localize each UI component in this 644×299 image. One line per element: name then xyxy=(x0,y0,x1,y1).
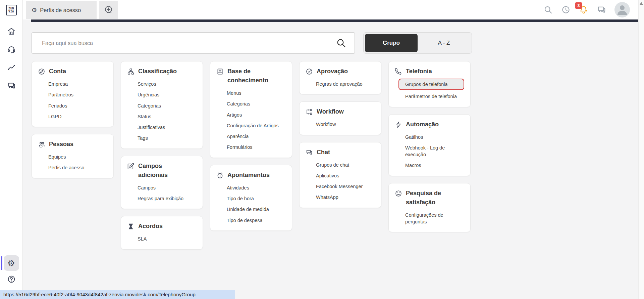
vertical-scrollbar[interactable] xyxy=(638,0,644,299)
card-item-campos[interactable]: Campos xyxy=(138,182,197,193)
sidebar-item-settings[interactable]: ⚙ xyxy=(4,255,19,271)
card-items: GatilhosWebhook - Log de execuçãoMacros xyxy=(395,132,465,171)
search-input[interactable] xyxy=(42,40,336,46)
history-button[interactable] xyxy=(561,5,571,14)
sidebar-item-home[interactable] xyxy=(4,24,19,40)
card-items: Configurações de perguntas xyxy=(395,210,465,227)
card-item-sla[interactable]: SLA xyxy=(138,233,197,244)
card-column: ClassificaçãoServiçosUrgênciasCategorias… xyxy=(121,61,203,250)
sidebar-item-analytics[interactable] xyxy=(4,60,19,76)
gear-icon: ⚙ xyxy=(7,259,15,267)
toggle-a-z[interactable]: A - Z xyxy=(418,34,470,52)
sidebar-item-help[interactable] xyxy=(4,272,19,288)
card-item-grupos-de-telefonia[interactable]: Grupos de telefonia xyxy=(398,79,464,90)
card-title: Workflow xyxy=(317,107,344,116)
card-header: Telefonia xyxy=(395,67,465,76)
home-icon xyxy=(7,27,16,37)
card-item-atividades[interactable]: Atividades xyxy=(227,182,286,193)
messages-button[interactable] xyxy=(597,5,606,14)
card-item-webhook-log-de-execucao[interactable]: Webhook - Log de execução xyxy=(405,142,465,160)
chat-icon xyxy=(7,81,16,91)
card-item-artigos[interactable]: Artigos xyxy=(227,110,286,120)
card-item-regras-para-exibicao[interactable]: Regras para exibição xyxy=(138,193,197,204)
search-submit-button[interactable] xyxy=(336,38,346,48)
card-chat: ChatGrupos de chatAplicativosFacebook Me… xyxy=(299,142,381,208)
chat-double-icon xyxy=(306,149,313,156)
settings-page: Grupo A - Z ContaEmpresaParâmetrosFeriad… xyxy=(23,22,638,299)
headset-icon xyxy=(7,45,16,55)
card-header: Base de conhecimento xyxy=(216,67,286,85)
card-column: AprovaçãoRegras de aprovaçãoWorkflowWork… xyxy=(299,61,381,208)
sidebar-item-support[interactable] xyxy=(4,42,19,58)
card-workflow: WorkflowWorkflow xyxy=(299,101,381,135)
gear-icon: ⚙ xyxy=(32,7,37,13)
card-item-categorias[interactable]: Categorias xyxy=(227,98,286,109)
edit-box-icon xyxy=(127,163,135,170)
card-title: Automação xyxy=(406,120,439,129)
sidebar-item-chat[interactable] xyxy=(4,79,19,94)
card-item-whatsapp[interactable]: WhatsApp xyxy=(316,192,376,203)
card-header: Pessoas xyxy=(38,140,108,149)
card-item-equipes[interactable]: Equipes xyxy=(48,152,108,162)
search-button[interactable] xyxy=(543,5,553,14)
card-acordos: AcordosSLA xyxy=(121,216,203,249)
controls-row: Grupo A - Z xyxy=(32,32,472,54)
card-item-aplicativos[interactable]: Aplicativos xyxy=(316,170,376,181)
card-item-grupos-de-chat[interactable]: Grupos de chat xyxy=(316,160,376,170)
card-item-configuracoes-de-perguntas[interactable]: Configurações de perguntas xyxy=(405,210,465,227)
card-item-gatilhos[interactable]: Gatilhos xyxy=(405,132,465,142)
card-items: ServiçosUrgênciasCategoriasStatusJustifi… xyxy=(127,79,197,144)
card-items: Workflow xyxy=(306,119,376,130)
card-title: Chat xyxy=(317,148,330,157)
card-item-parametros-de-telefonia[interactable]: Parâmetros de telefonia xyxy=(405,91,465,102)
card-header: Campos adicionais xyxy=(127,162,197,180)
user-avatar[interactable] xyxy=(614,2,630,17)
card-item-servicos[interactable]: Serviços xyxy=(138,79,197,89)
search-bar xyxy=(32,32,355,54)
card-item-perfis-de-acesso[interactable]: Perfis de acesso xyxy=(48,162,108,173)
card-item-formularios[interactable]: Formulários xyxy=(227,142,286,153)
phone-icon xyxy=(395,68,402,75)
card-item-justificativas[interactable]: Justificativas xyxy=(138,122,197,133)
lightning-icon xyxy=(395,121,402,128)
card-item-empresa[interactable]: Empresa xyxy=(48,79,108,89)
card-title: Base de conhecimento xyxy=(227,67,278,85)
card-item-unidade-de-medida[interactable]: Unidade de medida xyxy=(227,204,286,215)
card-telefonia: TelefoniaGrupos de telefoniaParâmetros d… xyxy=(388,61,471,107)
view-toggle: Grupo A - Z xyxy=(363,32,472,54)
card-item-urgencias[interactable]: Urgências xyxy=(138,89,197,100)
card-item-configuracao-de-artigos[interactable]: Configuração de Artigos xyxy=(227,120,286,131)
sidebar-nav xyxy=(0,24,22,94)
card-items: EmpresaParâmetrosFeriadosLGPD xyxy=(38,79,108,122)
card-item-parametros[interactable]: Parâmetros xyxy=(48,89,108,100)
history-icon xyxy=(561,10,571,15)
card-item-lgpd[interactable]: LGPD xyxy=(48,111,108,122)
card-item-tags[interactable]: Tags xyxy=(138,133,197,143)
notifications-button[interactable]: 3 xyxy=(579,5,588,14)
card-item-tipo-de-hora[interactable]: Tipo de hora xyxy=(227,193,286,204)
sitemap-icon xyxy=(127,68,135,75)
card-column: Base de conhecimentoMenusCategoriasArtig… xyxy=(210,61,292,231)
card-item-macros[interactable]: Macros xyxy=(405,160,465,171)
scroll-up-arrow-icon[interactable] xyxy=(640,2,643,5)
card-items: MenusCategoriasArtigosConfiguração de Ar… xyxy=(216,88,286,153)
card-item-workflow[interactable]: Workflow xyxy=(316,119,376,130)
card-item-menus[interactable]: Menus xyxy=(227,88,286,98)
card-item-categorias[interactable]: Categorias xyxy=(138,100,197,111)
toggle-grupo[interactable]: Grupo xyxy=(365,34,418,52)
card-item-status[interactable]: Status xyxy=(138,111,197,122)
tab-perfis-de-acesso[interactable]: ⚙ Perfis de acesso xyxy=(26,1,97,19)
tabstrip-underline xyxy=(31,19,638,22)
card-items: Regras de aprovação xyxy=(306,79,376,89)
card-item-aparencia[interactable]: Aparência xyxy=(227,131,286,142)
card-item-tipo-de-despesa[interactable]: Tipo de despesa xyxy=(227,215,286,226)
check-circle-icon xyxy=(306,68,313,75)
settings-cards: ContaEmpresaParâmetrosFeriadosLGPDPessoa… xyxy=(32,61,471,250)
card-item-facebook-messenger[interactable]: Facebook Messenger xyxy=(316,181,376,192)
card-item-feriados[interactable]: Feriados xyxy=(48,100,108,111)
compass-icon xyxy=(38,68,45,75)
card-items: CamposRegras para exibição xyxy=(127,182,197,204)
new-tab-button[interactable] xyxy=(99,1,118,19)
card-item-regras-de-aprovacao[interactable]: Regras de aprovação xyxy=(316,79,376,89)
card-column: ContaEmpresaParâmetrosFeriadosLGPDPessoa… xyxy=(32,61,114,178)
